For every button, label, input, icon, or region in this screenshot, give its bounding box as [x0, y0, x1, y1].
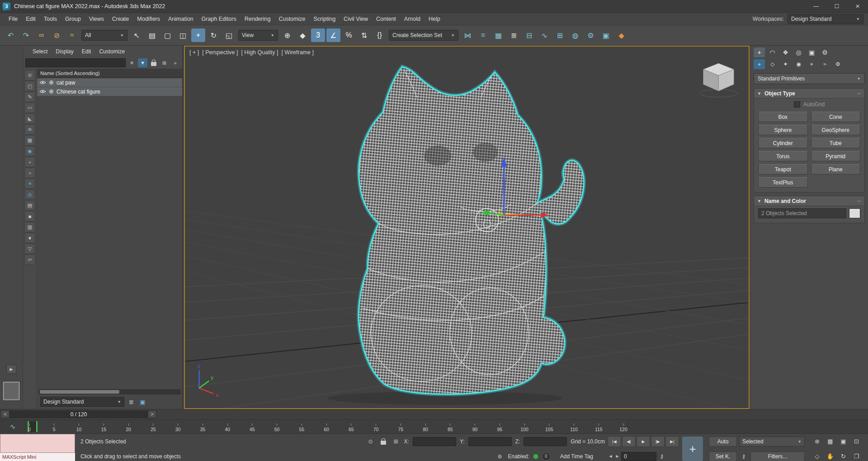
cameras-category-icon[interactable]: ◉ [793, 59, 804, 69]
y-coordinate-field[interactable] [468, 437, 512, 446]
time-forward-button[interactable]: > [148, 410, 156, 418]
zoom-icon[interactable]: ⊕ [811, 437, 823, 447]
explorer-menu-item[interactable]: Select [28, 48, 52, 55]
enabled-status-dot[interactable] [533, 454, 538, 459]
render-production-icon[interactable]: ◆ [614, 28, 628, 42]
workspaces-dropdown[interactable]: Design Standard ▼ [788, 14, 863, 24]
menubar-item[interactable]: Customize [274, 13, 309, 25]
toggle-scene-explorer-icon[interactable]: ▦ [491, 28, 505, 42]
flyout-arrow-button[interactable]: ▶ [6, 365, 16, 374]
mirror-icon[interactable]: ⋈ [461, 28, 475, 42]
folder-display-icon[interactable]: ▱ [24, 254, 35, 265]
material-editor-icon[interactable]: ◍ [568, 28, 582, 42]
display-cameras-icon[interactable]: ▦ [24, 135, 35, 146]
explorer-menu-item[interactable]: Customize [95, 48, 129, 55]
bind-to-space-warp-icon[interactable]: ≈ [65, 28, 79, 42]
menubar-item[interactable]: Arnold [400, 13, 425, 25]
toggle-layer-explorer-icon[interactable]: ≣ [507, 28, 521, 42]
select-and-link-icon[interactable]: ∞ [34, 28, 48, 42]
render-setup-icon[interactable]: ⚙ [584, 28, 598, 42]
object-name-field[interactable] [758, 208, 846, 218]
select-object-icon[interactable]: ↖ [130, 28, 144, 42]
hierarchy-tab-icon[interactable]: ❖ [780, 47, 791, 57]
key-selection-set-dropdown[interactable]: Selected ▼ [739, 437, 805, 447]
display-lights-icon[interactable]: ≋ [24, 124, 35, 135]
display-notes-icon[interactable]: ▥ [24, 222, 35, 232]
time-slider-track[interactable]: < 0 / 120 > [0, 409, 868, 419]
visibility-eye-icon[interactable] [39, 80, 46, 85]
textplus-button[interactable]: TextPlus [758, 177, 808, 188]
use-pivot-center-icon[interactable]: ⊕ [280, 28, 294, 42]
scrollbar-thumb[interactable] [40, 390, 119, 394]
display-children-icon[interactable]: ◰ [24, 81, 35, 91]
x-coordinate-field[interactable] [413, 437, 456, 446]
display-frozen-icon[interactable]: ▤ [24, 200, 35, 211]
viewport-general-menu[interactable]: [ + ] [189, 49, 199, 56]
rectangular-selection-region-icon[interactable]: ▢ [160, 28, 175, 42]
display-particles-icon[interactable]: ✳ [24, 179, 35, 189]
key-filters-button[interactable]: Filters... [750, 452, 805, 461]
z-coordinate-field[interactable] [524, 437, 567, 446]
advanced-filter-icon[interactable]: ▽ [24, 244, 35, 254]
menubar-item[interactable]: Rendering [241, 13, 275, 25]
menubar-item[interactable]: Tools [40, 13, 61, 25]
scene-explorer-display-icon[interactable]: ▣ [138, 397, 147, 406]
perspective-viewport[interactable]: [ + ][ Perspective ][ High Quality ][ Wi… [184, 46, 750, 409]
display-visibility-icon[interactable]: ◎ [24, 189, 35, 200]
lock-icon[interactable] [149, 58, 158, 67]
display-space-warps-icon[interactable]: ≈ [24, 168, 35, 178]
snap-toggle-3d-icon[interactable]: 3 [311, 28, 325, 42]
menubar-item[interactable]: Edit [22, 13, 40, 25]
menubar-item[interactable]: Graph Editors [198, 13, 241, 25]
create-tab-icon[interactable]: + [754, 47, 765, 57]
menubar-item[interactable]: File [5, 13, 22, 25]
plane-button[interactable]: Plane [811, 164, 861, 174]
select-and-move-icon[interactable]: + [191, 28, 205, 42]
menubar-item[interactable]: Content [372, 13, 400, 25]
helpers-category-icon[interactable]: ⌖ [806, 59, 817, 69]
clear-search-icon[interactable]: ✕ [127, 58, 137, 67]
undo-icon[interactable]: ↶ [4, 28, 18, 42]
play-button[interactable]: ▶ [637, 436, 650, 447]
maximize-button[interactable]: ☐ [826, 0, 847, 13]
lights-category-icon[interactable]: ✦ [780, 59, 791, 69]
close-button[interactable]: ✕ [847, 0, 868, 13]
orbit-icon[interactable]: ↻ [837, 452, 849, 461]
scene-object-row[interactable]: Chinese cat figure [37, 87, 182, 96]
selection-lock-icon[interactable] [379, 437, 388, 446]
reference-coordinate-dropdown[interactable]: View▼ [238, 30, 278, 41]
isolate-selection-icon[interactable]: ⊙ [366, 437, 375, 446]
pyramid-button[interactable]: Pyramid [811, 151, 861, 161]
menubar-item[interactable]: Civil View [340, 13, 372, 25]
display-tab-icon[interactable]: ▣ [806, 47, 817, 57]
torus-button[interactable]: Torus [758, 151, 808, 161]
menubar-item[interactable]: Modifiers [133, 13, 164, 25]
named-selection-set-dropdown[interactable]: Create Selection Set▼ [389, 30, 458, 41]
next-key-button[interactable]: ▶ [614, 452, 620, 461]
visibility-eye-icon[interactable] [39, 89, 46, 94]
align-icon[interactable]: ≡ [476, 28, 490, 42]
box-button[interactable]: Box [758, 112, 808, 122]
mini-curve-editor-button[interactable]: ∿ [0, 420, 26, 433]
viewport-pov-menu[interactable]: [ Perspective ] [202, 49, 238, 56]
cylinder-button[interactable]: Cylinder [758, 138, 808, 148]
time-back-button[interactable]: < [1, 410, 9, 418]
playback-status-icon[interactable]: ⊚ [495, 452, 504, 461]
spinner-snap-icon[interactable]: ⇅ [357, 28, 371, 42]
zoom-all-icon[interactable]: ▦ [824, 437, 836, 447]
horizontal-scrollbar[interactable] [38, 389, 181, 395]
display-materials-icon[interactable]: ◉ [24, 146, 35, 156]
zoom-extents-icon[interactable]: ▣ [837, 437, 849, 447]
name-and-color-rollout-header[interactable]: ▼ Name and Color ▪▪ [754, 196, 864, 206]
object-color-swatch[interactable] [849, 208, 860, 218]
modify-tab-icon[interactable]: ◠ [767, 47, 778, 57]
explorer-menu-item[interactable]: Display [52, 48, 77, 55]
unlink-selection-icon[interactable]: ⊘ [50, 28, 64, 42]
time-slider[interactable]: < 0 / 120 > [1, 410, 156, 418]
shapes-category-icon[interactable]: ◇ [767, 59, 778, 69]
display-shapes-icon[interactable]: ◣ [24, 113, 35, 124]
sphere-button[interactable]: Sphere [758, 125, 808, 135]
percent-snap-icon[interactable]: % [342, 28, 356, 42]
geometry-category-icon[interactable]: ● [754, 59, 765, 69]
set-key-button[interactable]: Set K. [709, 452, 737, 461]
